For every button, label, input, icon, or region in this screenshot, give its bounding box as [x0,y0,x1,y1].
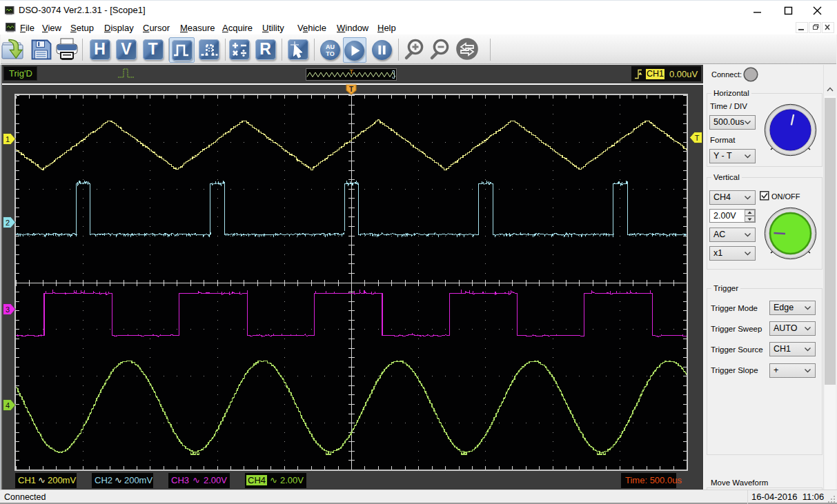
svg-text:AU: AU [326,43,335,50]
svg-text:3: 3 [6,305,10,314]
svg-text:T: T [695,134,700,142]
svg-text:1: 1 [6,134,10,143]
svg-text:2: 2 [6,218,10,226]
svg-text:TO: TO [326,50,334,57]
svg-text:T: T [349,85,353,93]
svg-text:4: 4 [6,401,10,409]
